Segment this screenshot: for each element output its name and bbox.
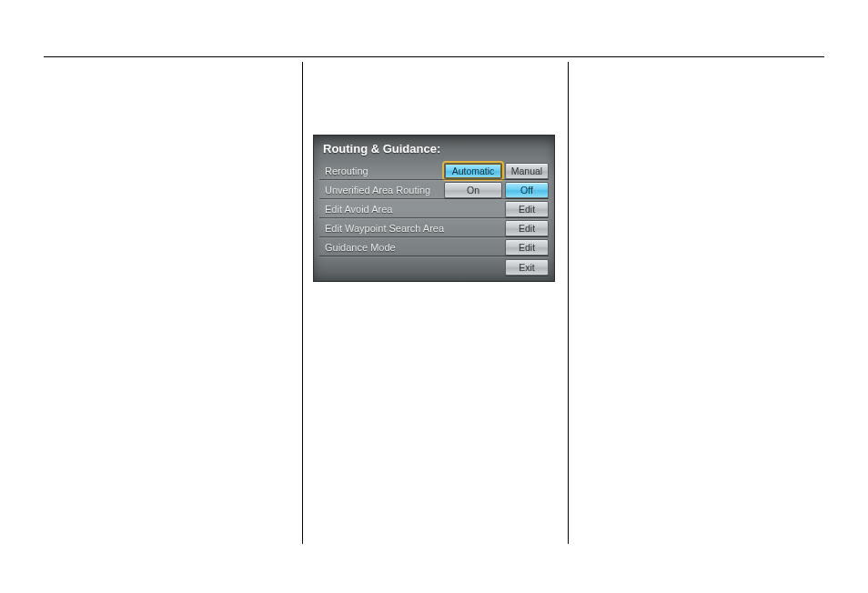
row-unverified-area-routing: Unverified Area Routing On Off [314,180,554,199]
row-label: Edit Avoid Area [325,204,502,215]
edit-avoid-area-button[interactable]: Edit [505,201,549,217]
edit-waypoint-search-area-button[interactable]: Edit [505,220,549,236]
panel-footer: Exit [314,256,554,276]
row-guidance-mode: Guidance Mode Edit [314,237,554,256]
row-edit-waypoint-search-area: Edit Waypoint Search Area Edit [314,218,554,237]
horizontal-rule [44,56,824,57]
row-label: Rerouting [325,166,441,176]
rerouting-automatic-button[interactable]: Automatic [444,163,502,179]
routing-guidance-panel: Routing & Guidance: Rerouting Automatic … [313,135,555,282]
row-divider [319,256,549,256]
column-divider-left [302,62,303,544]
rerouting-manual-button[interactable]: Manual [505,163,549,179]
guidance-mode-edit-button[interactable]: Edit [505,239,549,256]
row-label: Guidance Mode [325,242,502,253]
exit-button[interactable]: Exit [505,259,549,276]
unverified-off-button[interactable]: Off [505,182,549,198]
row-label: Unverified Area Routing [325,185,441,196]
unverified-on-button[interactable]: On [444,182,502,198]
row-edit-avoid-area: Edit Avoid Area Edit [314,199,554,218]
panel-title: Routing & Guidance: [314,136,554,161]
row-label: Edit Waypoint Search Area [325,223,502,234]
row-rerouting: Rerouting Automatic Manual [314,161,554,180]
settings-rows: Rerouting Automatic Manual Unverified Ar… [314,161,554,256]
column-divider-right [568,62,569,544]
